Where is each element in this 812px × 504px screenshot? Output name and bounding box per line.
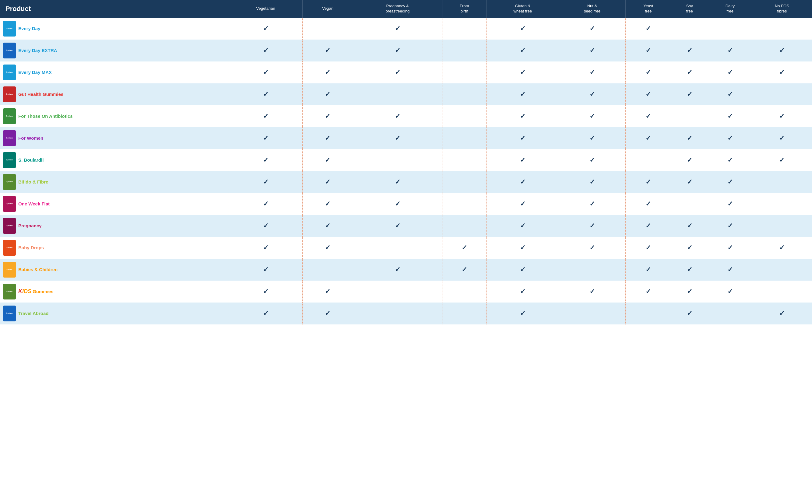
- product-thumbnail: Optibac: [3, 174, 16, 190]
- check-mark: ✓: [395, 112, 400, 120]
- check-mark: ✓: [395, 25, 400, 33]
- table-header-row: Product Vegetarian Vegan Pregnancy &brea…: [0, 0, 812, 18]
- product-thumbnail: Optibac: [3, 196, 16, 212]
- check-mark: ✓: [727, 90, 733, 98]
- pregnancy-cell: [353, 237, 443, 259]
- pregnancy-cell: ✓: [353, 215, 443, 237]
- check-mark: ✓: [325, 156, 330, 164]
- product-thumbnail: Optibac: [3, 284, 16, 299]
- check-mark: ✓: [520, 244, 526, 252]
- check-mark: ✓: [590, 47, 595, 54]
- no_fos-cell: ✓: [752, 149, 812, 171]
- vegetarian-cell: ✓: [229, 237, 303, 259]
- no_fos-cell: ✓: [752, 127, 812, 149]
- product-cell: OptibacBaby Drops: [0, 237, 229, 259]
- check-mark: ✓: [590, 222, 595, 230]
- product-name: KiDS Gummies: [18, 288, 54, 295]
- soy-cell: ✓: [671, 237, 708, 259]
- gluten-cell: ✓: [487, 83, 559, 105]
- nut-cell: ✓: [559, 281, 625, 303]
- check-mark: ✓: [687, 310, 692, 317]
- no_fos-cell: ✓: [752, 237, 812, 259]
- product-thumbnail: Optibac: [3, 306, 16, 321]
- product-thumbnail: Optibac: [3, 152, 16, 168]
- check-mark: ✓: [263, 156, 268, 164]
- check-mark: ✓: [687, 68, 692, 76]
- pregnancy-column-header: Pregnancy &breastfeeding: [353, 0, 443, 18]
- yeast-cell: ✓: [625, 83, 671, 105]
- product-name: Baby Drops: [18, 245, 44, 250]
- table-row: OptibacGut Health Gummies✓✓✓✓✓✓✓: [0, 83, 812, 105]
- check-mark: ✓: [325, 288, 330, 296]
- soy-cell: ✓: [671, 83, 708, 105]
- product-cell: OptibacBifido & Fibre: [0, 171, 229, 193]
- soy-cell: [671, 193, 708, 215]
- from_birth-cell: ✓: [443, 237, 487, 259]
- dairy-cell: ✓: [708, 171, 752, 193]
- product-name: Every Day MAX: [18, 70, 52, 75]
- check-mark: ✓: [520, 68, 526, 76]
- vegan-cell: ✓: [303, 83, 353, 105]
- pregnancy-cell: ✓: [353, 193, 443, 215]
- dairy-cell: ✓: [708, 61, 752, 83]
- yeast-column-header: Yeastfree: [625, 0, 671, 18]
- nut-cell: ✓: [559, 61, 625, 83]
- check-mark: ✓: [325, 178, 330, 186]
- check-mark: ✓: [520, 200, 526, 208]
- product-thumbnail: Optibac: [3, 65, 16, 80]
- product-thumbnail: Optibac: [3, 240, 16, 256]
- nut-cell: ✓: [559, 83, 625, 105]
- pregnancy-cell: [353, 83, 443, 105]
- check-mark: ✓: [646, 47, 651, 54]
- product-thumbnail: Optibac: [3, 262, 16, 278]
- check-mark: ✓: [687, 266, 692, 274]
- table-row: OptibacBaby Drops✓✓✓✓✓✓✓✓✓: [0, 237, 812, 259]
- pregnancy-cell: ✓: [353, 259, 443, 281]
- pregnancy-cell: [353, 281, 443, 303]
- check-mark: ✓: [779, 244, 785, 252]
- check-mark: ✓: [520, 134, 526, 142]
- table-row: OptibacTravel Abroad✓✓✓✓✓: [0, 303, 812, 324]
- from_birth-cell: [443, 281, 487, 303]
- check-mark: ✓: [462, 266, 467, 274]
- check-mark: ✓: [646, 288, 651, 296]
- product-name: Every Day EXTRA: [18, 48, 57, 53]
- no_fos-cell: ✓: [752, 105, 812, 127]
- check-mark: ✓: [395, 222, 400, 230]
- product-cell: OptibacS. Boulardii: [0, 149, 229, 171]
- check-mark: ✓: [395, 68, 400, 76]
- product-name: One Week Flat: [18, 201, 50, 207]
- check-mark: ✓: [646, 178, 651, 186]
- check-mark: ✓: [263, 200, 268, 208]
- check-mark: ✓: [325, 200, 330, 208]
- soy-cell: ✓: [671, 61, 708, 83]
- no_fos-cell: [752, 193, 812, 215]
- check-mark: ✓: [263, 244, 268, 252]
- gluten-column-header: Gluten &wheat free: [487, 0, 559, 18]
- from_birth-cell: [443, 83, 487, 105]
- soy-cell: ✓: [671, 259, 708, 281]
- dairy-cell: ✓: [708, 281, 752, 303]
- check-mark: ✓: [779, 134, 785, 142]
- table-row: OptibacS. Boulardii✓✓✓✓✓✓✓: [0, 149, 812, 171]
- vegetarian-cell: ✓: [229, 105, 303, 127]
- yeast-cell: [625, 303, 671, 324]
- product-cell: OptibacOne Week Flat: [0, 193, 229, 215]
- from-birth-column-header: Frombirth: [443, 0, 487, 18]
- no_fos-cell: [752, 215, 812, 237]
- no_fos-cell: [752, 259, 812, 281]
- dairy-cell: ✓: [708, 149, 752, 171]
- pregnancy-cell: ✓: [353, 40, 443, 61]
- check-mark: ✓: [520, 112, 526, 120]
- from_birth-cell: [443, 127, 487, 149]
- yeast-cell: ✓: [625, 171, 671, 193]
- product-thumbnail: Optibac: [3, 218, 16, 234]
- check-mark: ✓: [520, 47, 526, 54]
- check-mark: ✓: [325, 134, 330, 142]
- check-mark: ✓: [263, 134, 268, 142]
- vegan-cell: ✓: [303, 149, 353, 171]
- vegetarian-cell: ✓: [229, 40, 303, 61]
- check-mark: ✓: [727, 112, 733, 120]
- vegetarian-cell: ✓: [229, 18, 303, 40]
- gluten-cell: ✓: [487, 259, 559, 281]
